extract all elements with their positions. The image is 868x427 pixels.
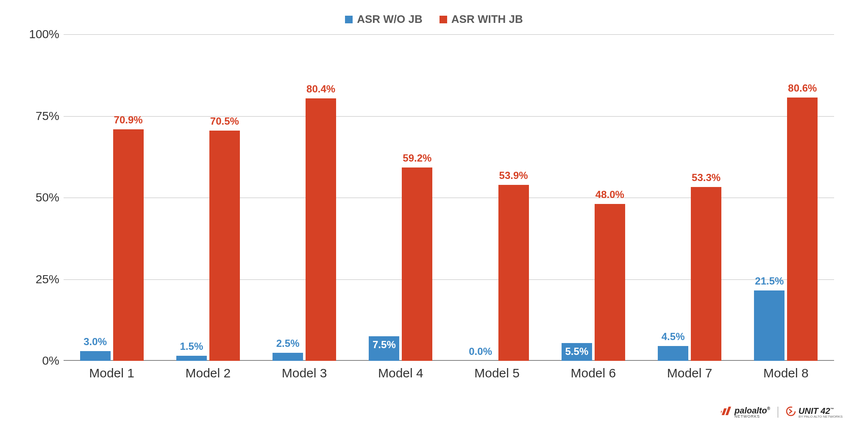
bar-rect (787, 98, 818, 361)
paloalto-mark-icon (721, 407, 732, 418)
bar-value-label: 53.9% (480, 170, 548, 181)
y-tick-label: 50% (25, 191, 59, 204)
bar-group: 1.5%70.5% (175, 131, 241, 361)
bar: 53.3% (691, 187, 721, 361)
svg-rect-0 (721, 411, 722, 415)
bar: 80.4% (306, 98, 336, 361)
bar-rect (80, 351, 111, 361)
bar-value-label: 59.2% (383, 152, 451, 164)
legend-label-series1: ASR W/O JB (357, 13, 423, 26)
x-tick-label: Model 6 (571, 366, 616, 380)
bar-value-label: 53.3% (672, 172, 740, 184)
unit42-wordmark: UNIT 42™ BY PALO ALTO NETWORKS (798, 406, 843, 419)
bar-rect (595, 204, 625, 361)
x-tick-label: Model 1 (89, 366, 134, 380)
bar-rect (113, 129, 144, 361)
bar: 4.5% (658, 346, 688, 361)
bar-rect (402, 167, 432, 361)
footer-separator (778, 407, 778, 418)
bar: 7.5% (369, 336, 399, 361)
bar: 70.5% (209, 131, 240, 361)
bar-group: 2.5%80.4% (271, 98, 337, 361)
bar-rect (306, 98, 336, 361)
x-tick-label: Model 7 (667, 366, 712, 380)
y-tick-label: 100% (25, 28, 59, 41)
bar-rect (176, 356, 207, 361)
bar-rect (754, 290, 785, 361)
y-tick-label: 25% (25, 273, 59, 286)
bar-group: 0.0%53.9% (464, 185, 530, 361)
bar: 21.5% (754, 290, 785, 361)
bar: 53.9% (498, 185, 529, 361)
bar-rect (691, 187, 721, 361)
unit42-text: UNIT 42 (798, 406, 830, 416)
bar-rect (658, 346, 688, 361)
x-tick-label: Model 5 (474, 366, 520, 380)
svg-rect-2 (726, 407, 731, 415)
bar-value-label: 70.5% (191, 115, 259, 127)
bar-value-label: 80.6% (768, 82, 836, 94)
unit42-logo: UNIT 42™ BY PALO ALTO NETWORKS (786, 406, 843, 419)
bar-group: 5.5%48.0% (560, 204, 626, 361)
legend-swatch-series2 (440, 16, 447, 23)
x-tick-label: Model 2 (186, 366, 231, 380)
legend-item-series2: ASR WITH JB (440, 13, 523, 26)
bar-rect (498, 185, 529, 361)
bar-value-label: 80.4% (287, 83, 355, 95)
y-tick-label: 75% (25, 109, 59, 123)
bar: 1.5% (176, 356, 207, 361)
legend: ASR W/O JB ASR WITH JB (25, 13, 843, 26)
bar-group: 7.5%59.2% (367, 167, 434, 361)
bar-value-label: 70.9% (95, 114, 162, 126)
bars-layer: 3.0%70.9%1.5%70.5%2.5%80.4%7.5%59.2%0.0%… (64, 34, 834, 361)
bar: 5.5% (562, 343, 592, 361)
unit42-mark-icon (786, 406, 796, 419)
unit42-subtext: BY PALO ALTO NETWORKS (798, 415, 843, 419)
bar: 48.0% (595, 204, 625, 361)
x-tick-label: Model 8 (763, 366, 809, 380)
x-axis-labels: Model 1Model 2Model 3Model 4Model 5Model… (64, 361, 834, 386)
bar: 80.6% (787, 98, 818, 361)
bar-group: 4.5%53.3% (657, 187, 723, 361)
bar-group: 21.5%80.6% (753, 98, 819, 361)
chart-container: ASR W/O JB ASR WITH JB 0%25%50%75%100%3.… (0, 0, 868, 427)
paloalto-wordmark: paloalto® NETWORKS (734, 406, 770, 419)
bar-rect (273, 353, 303, 361)
x-tick-label: Model 4 (378, 366, 423, 380)
plot-area: 0%25%50%75%100%3.0%70.9%1.5%70.5%2.5%80.… (64, 34, 834, 361)
bar: 59.2% (402, 167, 432, 361)
bar: 2.5% (273, 353, 303, 361)
paloalto-subtext: NETWORKS (734, 415, 770, 419)
footer-branding: paloalto® NETWORKS UNIT 42™ BY PALO ALTO… (721, 406, 843, 419)
legend-item-series1: ASR W/O JB (345, 13, 423, 26)
legend-label-series2: ASR WITH JB (451, 13, 523, 26)
svg-point-3 (787, 407, 795, 416)
bar: 3.0% (80, 351, 111, 361)
bar: 70.9% (113, 129, 144, 361)
bar-group: 3.0%70.9% (79, 129, 145, 361)
x-tick-label: Model 3 (282, 366, 327, 380)
legend-swatch-series1 (345, 16, 353, 23)
paloalto-logo: paloalto® NETWORKS (721, 406, 770, 419)
y-tick-label: 0% (25, 354, 59, 368)
bar-rect (209, 131, 240, 361)
bar-value-label: 48.0% (576, 189, 644, 201)
paloalto-text: paloalto (734, 406, 767, 415)
